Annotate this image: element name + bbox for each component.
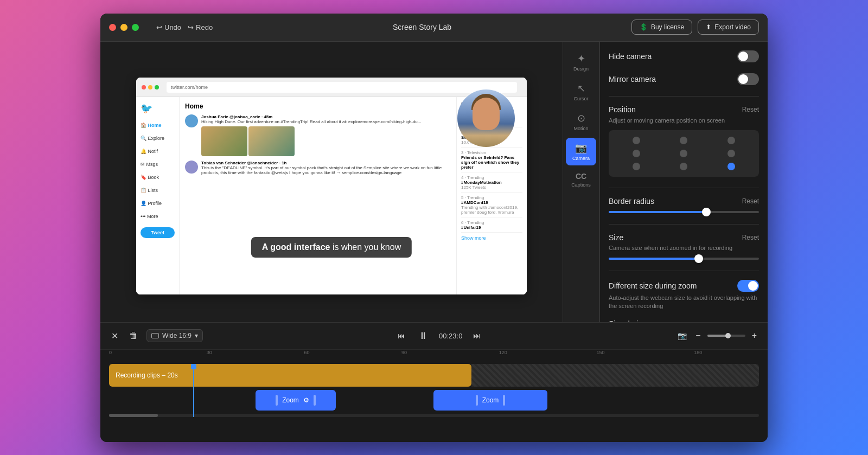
position-dot-top-left[interactable]	[633, 137, 640, 144]
zoom-clip-2[interactable]: Zoom	[433, 390, 547, 411]
trending-num-4: 4 · Trending	[461, 175, 522, 180]
volume-minus-button[interactable]: −	[693, 329, 703, 343]
tweet-body-1: Joshua Earle @joshua_earle · 45m Hiking …	[201, 114, 451, 156]
export-video-button[interactable]: ⬆ Export video	[698, 20, 759, 35]
position-dot-bot-center[interactable]	[680, 163, 687, 170]
bottom-controls: ✕ 🗑 Wide 16:9 ▾ ⏮ ⏸ 00:23:0 ⏭ 📷 − +	[100, 322, 768, 442]
sidebar-item-design[interactable]: ✦ Design	[566, 48, 596, 76]
position-dot-mid-right[interactable]	[727, 150, 735, 157]
twitter-feed: Home Joshua Earle @joshua_earle · 45m Hi…	[180, 97, 456, 294]
tweet-text-2: This is the "DEADLINE" symbol. It's part…	[201, 165, 451, 175]
position-dot-mid-center[interactable]	[680, 150, 687, 157]
twitter-more-link: ••• More	[141, 212, 175, 221]
twitter-home-link: 🏠 Home	[141, 121, 175, 130]
size-slider[interactable]	[609, 258, 759, 260]
browser-minimize	[148, 85, 152, 89]
position-dot-wrapper-0	[615, 137, 658, 144]
ruler-mark-30: 30	[207, 350, 212, 355]
size-thumb[interactable]	[694, 254, 703, 263]
recording-clip-label: Recording clips – 20s	[116, 371, 178, 379]
ruler-container: 0 30 60 90 120 150 180	[109, 350, 759, 362]
tweet-body-2: Tobias van Schneider @ianschneider · 1h …	[201, 161, 451, 175]
volume-slider[interactable]	[707, 335, 745, 337]
size-section: Size Reset Camera size when not zoomed i…	[609, 233, 759, 260]
position-dot-bot-right[interactable]	[727, 163, 735, 170]
position-description: Adjust or moving camera position on scre…	[609, 117, 759, 124]
twitter-notifications-link: 🔔 Notif	[141, 147, 175, 156]
close-button[interactable]	[109, 24, 116, 31]
playback-bar: ✕ 🗑 Wide 16:9 ▾ ⏮ ⏸ 00:23:0 ⏭ 📷 − +	[100, 323, 768, 350]
zoom-clip-1[interactable]: Zoom ⚙	[256, 390, 336, 411]
zoom-clip-handle-left-2[interactable]	[476, 395, 478, 406]
sidebar-item-motion[interactable]: ⊙ Motion	[566, 108, 596, 136]
timeline-tracks: Recording clips – 20s Zoom ⚙ Zoom	[109, 364, 759, 417]
hide-camera-toggle[interactable]	[737, 50, 759, 62]
hatch-area	[471, 364, 759, 387]
trending-count-4: 125K Tweets	[461, 185, 522, 190]
position-dot-wrapper-5	[710, 150, 752, 157]
trending-item-4: 4 · Trending #MondayMotivation 125K Twee…	[461, 175, 522, 193]
pause-button[interactable]: ⏸	[416, 328, 430, 344]
position-dot-wrapper-1	[663, 137, 705, 144]
webcam-face	[473, 98, 500, 130]
position-reset-button[interactable]: Reset	[742, 106, 759, 113]
app-title-text: Screen Story Lab	[393, 23, 451, 31]
sidebar-item-label-design: Design	[573, 66, 589, 72]
position-dot-top-center[interactable]	[680, 137, 687, 144]
tweet-button[interactable]: Tweet	[141, 227, 175, 238]
aspect-ratio-icon	[151, 333, 159, 338]
delete-button[interactable]: ✕	[109, 329, 120, 343]
camera-toggle-button[interactable]: 📷	[675, 329, 689, 342]
skip-forward-button[interactable]: ⏭	[471, 329, 483, 342]
sidebar-item-label-cursor: Cursor	[573, 96, 588, 101]
export-icon: ⬆	[706, 23, 711, 31]
mirror-camera-toggle[interactable]	[737, 73, 759, 85]
skip-back-button[interactable]: ⏮	[395, 329, 407, 342]
maximize-button[interactable]	[132, 24, 139, 31]
trending-tag-3: Friends or Seinfeld? Fans sign off on wh…	[461, 155, 522, 170]
volume-thumb[interactable]	[725, 333, 731, 338]
sidebar-item-label-camera: Camera	[572, 156, 590, 161]
redo-button[interactable]: ↪ Redo	[188, 23, 213, 31]
undo-button[interactable]: ↩ Undo	[156, 23, 181, 31]
trash-button[interactable]: 🗑	[127, 329, 140, 343]
position-dot-bot-left[interactable]	[633, 163, 640, 170]
trending-tag-4: #MondayMotivation	[461, 180, 522, 185]
ruler-mark-150: 150	[597, 350, 605, 355]
volume-plus-button[interactable]: +	[750, 329, 759, 343]
ruler-mark-0: 0	[109, 350, 112, 355]
tweet-card-1: Joshua Earle @joshua_earle · 45m Hiking …	[185, 114, 451, 156]
sidebar-item-label-captions: Captions	[571, 182, 591, 188]
timeline-scrollbar[interactable]	[109, 414, 759, 417]
buy-license-button[interactable]: 💲 Buy license	[631, 20, 692, 35]
trending-tag-6: #Unifar19	[461, 225, 522, 230]
minimize-button[interactable]	[120, 24, 127, 31]
sidebar-item-camera[interactable]: 📷 Camera	[566, 138, 596, 165]
zoom-settings-icon[interactable]: ⚙	[303, 396, 309, 404]
divider-4	[609, 271, 759, 271]
time-display: 00:23:0	[439, 332, 462, 340]
position-dot-top-right[interactable]	[727, 137, 735, 144]
zoom-clip-handle-left-1[interactable]	[276, 395, 278, 406]
position-dot-wrapper-8	[710, 163, 752, 170]
zoom-clip-handle-right-1[interactable]	[314, 395, 316, 406]
border-radius-reset-button[interactable]: Reset	[742, 197, 759, 205]
show-more-link[interactable]: Show more	[461, 235, 522, 241]
border-radius-thumb[interactable]	[702, 208, 711, 216]
position-dot-mid-left[interactable]	[633, 150, 640, 157]
different-size-toggle[interactable]	[737, 280, 759, 292]
aspect-ratio-selector[interactable]: Wide 16:9 ▾	[146, 329, 203, 342]
twitter-profile-link: 👤 Profile	[141, 199, 175, 208]
zoom-clip-handle-right-2[interactable]	[503, 395, 505, 406]
sidebar-item-cursor[interactable]: ↖ Cursor	[566, 78, 596, 106]
title-bar-left: ↩ Undo ↪ Redo	[109, 23, 213, 31]
timeline-scrollbar-thumb[interactable]	[109, 414, 158, 417]
recording-clip[interactable]: Recording clips – 20s	[109, 364, 471, 387]
redo-label: Redo	[196, 23, 213, 31]
border-radius-slider[interactable]	[609, 211, 759, 213]
chevron-down-icon: ▾	[195, 332, 198, 339]
sidebar-item-captions[interactable]: CC Captions	[566, 168, 596, 192]
hide-camera-label: Hide camera	[609, 52, 652, 61]
trending-num-3: 3 · Television	[461, 150, 522, 155]
size-reset-button[interactable]: Reset	[742, 234, 759, 241]
